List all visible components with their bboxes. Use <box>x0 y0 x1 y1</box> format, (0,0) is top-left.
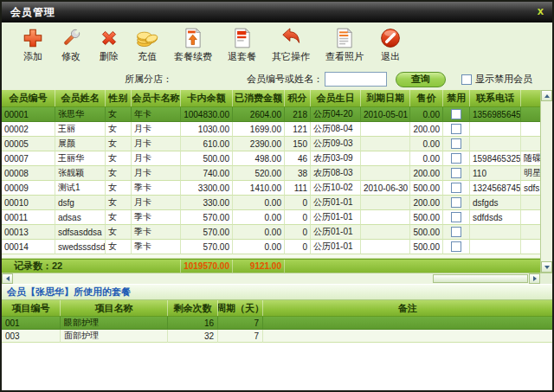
package-row[interactable]: 003 面部护理 32 7 <box>2 330 552 343</box>
column-header-price[interactable]: 售价 <box>410 90 443 106</box>
close-icon[interactable]: x <box>538 4 544 18</box>
table-row[interactable]: 00007 王丽华 女 月卡 500.00 498.00 46 农历03-09 … <box>2 151 540 166</box>
scroll-down-icon[interactable] <box>541 261 552 273</box>
package-refund-icon <box>231 27 254 49</box>
member-management-window: 会员管理 x 添加 修改 删除 充值 套餐续费 退套餐 <box>0 0 554 392</box>
column-header-balance[interactable]: 卡内余额 <box>181 90 233 106</box>
table-row[interactable]: 00005 展颜 女 月卡 610.00 2390.00 150 公历09-03… <box>2 137 540 151</box>
table-row[interactable]: 00010 dsfg 女 月卡 330.00 0.00 0 公历01-01 20… <box>2 196 540 210</box>
search-bar: 所属分店： 会员编号或姓名： 查询 显示禁用会员 <box>2 68 552 90</box>
disabled-checkbox[interactable] <box>451 183 461 193</box>
edit-icon <box>60 27 82 49</box>
record-count: 记录数：22 <box>2 260 181 273</box>
column-header-expire[interactable]: 到期日期 <box>361 90 410 106</box>
disabled-checkbox[interactable] <box>451 153 461 164</box>
view-photo-icon <box>333 27 356 49</box>
column-header-card[interactable]: 会员卡名称 <box>132 90 181 106</box>
vertical-scrollbar[interactable] <box>540 90 552 273</box>
column-header-remaining[interactable]: 剩余次数 <box>168 300 218 316</box>
table-row[interactable]: 00013 sdfsasddsa 女 季卡 570.00 0.00 0 公历01… <box>2 225 540 240</box>
scrollbar-corner <box>540 273 552 284</box>
keyword-label: 会员编号或姓名： <box>247 73 323 86</box>
recharge-icon <box>136 27 158 49</box>
toolbar-button-edit[interactable]: 修改 <box>52 25 90 65</box>
horizontal-scroll-thumb[interactable] <box>433 274 528 283</box>
column-header-item-code[interactable]: 项目编号 <box>2 300 61 316</box>
disabled-checkbox[interactable] <box>451 212 461 222</box>
total-consumed: 9121.00 <box>233 260 285 273</box>
members-rows: 00001 张思华 女 年卡 1004830.00 2604.00 218 公历… <box>2 107 540 254</box>
disabled-checkbox[interactable] <box>451 138 461 149</box>
column-header-phone[interactable]: 联系电话 <box>470 90 521 106</box>
members-table: 会员编号 会员姓名 性别 会员卡名称 卡内余额 已消费金额 积分 会员生日 到期… <box>2 90 552 284</box>
disabled-checkbox[interactable] <box>451 241 461 252</box>
package-rows: 001 眼部护理 16 7 003 面部护理 32 7 <box>2 317 552 343</box>
package-panel-title: 会员【张思华】所使用的套餐 <box>2 284 552 300</box>
show-disabled-label: 显示禁用会员 <box>475 73 532 86</box>
column-header-member-id[interactable]: 会员编号 <box>2 90 55 106</box>
column-header-cycle[interactable]: 周期（天） <box>218 300 263 316</box>
table-row[interactable]: 00002 王丽 女 月卡 1030.00 1699.00 121 公历08-0… <box>2 122 540 137</box>
members-table-header: 会员编号 会员姓名 性别 会员卡名称 卡内余额 已消费金额 积分 会员生日 到期… <box>2 90 540 107</box>
summary-row: 记录数：22 1019570.00 9121.00 <box>2 259 540 273</box>
delete-icon <box>98 27 120 49</box>
table-row[interactable]: 00009 测试1 女 季卡 3300.00 1410.00 111 公历10-… <box>2 181 540 196</box>
toolbar-button-add[interactable]: 添加 <box>14 25 52 65</box>
toolbar-button-delete[interactable]: 删除 <box>90 25 128 65</box>
column-header-consumed[interactable]: 已消费金额 <box>233 90 285 106</box>
toolbar-button-package-refund[interactable]: 退套餐 <box>220 25 264 65</box>
disabled-checkbox[interactable] <box>451 109 461 119</box>
toolbar-button-package-renew[interactable]: 套餐续费 <box>166 25 220 65</box>
total-balance: 1019570.00 <box>181 260 233 273</box>
column-header-item-name[interactable]: 项目名称 <box>61 300 168 316</box>
toolbar: 添加 修改 删除 充值 套餐续费 退套餐 其它操作 <box>2 22 552 68</box>
column-header-note[interactable]: 备注 <box>263 300 552 316</box>
toolbar-button-recharge[interactable]: 充值 <box>128 25 166 65</box>
branch-label: 所属分店： <box>125 73 172 86</box>
scroll-up-icon[interactable] <box>541 90 552 101</box>
scroll-right-icon[interactable] <box>529 273 540 284</box>
titlebar: 会员管理 x <box>2 2 552 22</box>
add-icon <box>22 27 44 49</box>
toolbar-button-view-photo[interactable]: 查看照片 <box>318 25 371 65</box>
table-row[interactable]: 00001 张思华 女 年卡 1004830.00 2604.00 218 公历… <box>2 107 540 122</box>
window-title: 会员管理 <box>10 5 55 20</box>
disabled-checkbox[interactable] <box>451 197 461 208</box>
query-button[interactable]: 查询 <box>396 72 446 87</box>
exit-icon <box>379 27 402 49</box>
bottom-filler <box>2 343 552 390</box>
column-header-name[interactable]: 会员姓名 <box>55 90 106 106</box>
column-header-remark[interactable] <box>521 90 540 106</box>
keyword-input[interactable] <box>325 72 387 87</box>
disabled-checkbox[interactable] <box>451 168 461 178</box>
disabled-checkbox[interactable] <box>451 124 461 134</box>
scroll-left-icon[interactable] <box>2 273 13 284</box>
column-header-birthday[interactable]: 会员生日 <box>311 90 361 106</box>
toolbar-button-other-ops[interactable]: 其它操作 <box>264 25 318 65</box>
column-header-points[interactable]: 积分 <box>285 90 311 106</box>
package-renew-icon <box>182 27 204 49</box>
package-table-header: 项目编号 项目名称 剩余次数 周期（天） 备注 <box>2 300 552 317</box>
table-row[interactable]: 00008 张靓颖 女 月卡 740.00 520.00 38 农历08-03 … <box>2 166 540 181</box>
column-header-disabled[interactable]: 禁用 <box>443 90 470 106</box>
toolbar-button-exit[interactable]: 退出 <box>371 25 409 65</box>
column-header-gender[interactable]: 性别 <box>106 90 132 106</box>
table-row[interactable]: 00014 swedsssdsda 女 季卡 570.00 0.00 0 公历0… <box>2 240 540 254</box>
table-row[interactable]: 00011 adsas 女 季卡 570.00 0.00 0 公历01-01 5… <box>2 210 540 225</box>
other-ops-icon <box>280 27 302 49</box>
horizontal-scrollbar[interactable] <box>2 273 540 284</box>
show-disabled-checkbox[interactable] <box>461 74 472 85</box>
disabled-checkbox[interactable] <box>451 227 461 237</box>
package-row[interactable]: 001 眼部护理 16 7 <box>2 317 552 330</box>
